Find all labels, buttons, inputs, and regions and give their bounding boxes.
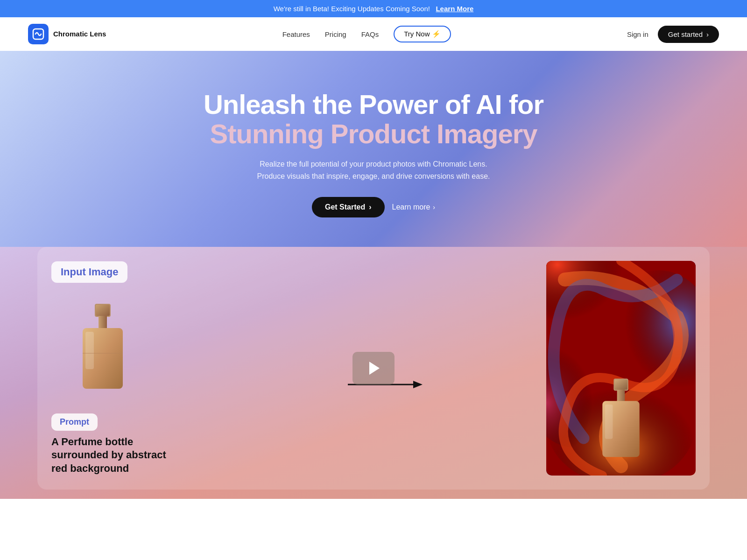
input-perfume-image: [65, 297, 140, 399]
get-started-hero-button[interactable]: Get Started ›: [312, 197, 385, 217]
navbar: Chromatic Lens Features Pricing FAQs Try…: [0, 17, 747, 51]
svg-rect-15: [614, 379, 627, 390]
banner-text: We're still in Beta! Exciting Updates Co…: [274, 5, 430, 13]
output-image: [546, 261, 696, 476]
logo[interactable]: Chromatic Lens: [28, 24, 106, 44]
arrow-right-icon: ›: [706, 30, 709, 38]
video-play-button[interactable]: [352, 352, 395, 385]
hero-title-line2: Stunning Product Imagery: [210, 119, 537, 149]
arrow-icon: ›: [369, 203, 371, 211]
svg-rect-18: [605, 405, 613, 439]
get-started-nav-button[interactable]: Get started ›: [658, 26, 719, 43]
nav-pricing[interactable]: Pricing: [325, 30, 346, 38]
svg-rect-2: [96, 305, 110, 316]
banner-learn-more-link[interactable]: Learn More: [436, 5, 473, 13]
logo-text: Chromatic Lens: [53, 30, 106, 38]
nav-right: Sign in Get started ›: [627, 26, 719, 43]
sign-in-link[interactable]: Sign in: [627, 30, 648, 38]
hero-subtitle: Realize the full potential of your produ…: [257, 158, 490, 182]
prompt-badge: Prompt: [51, 413, 98, 431]
demo-card: Input Image: [37, 247, 710, 490]
hero-title-line1: Unleash the Power of AI for: [204, 90, 543, 119]
learn-more-button[interactable]: Learn more ›: [392, 203, 436, 211]
logo-icon: [28, 24, 49, 44]
demo-right: [416, 261, 696, 476]
prompt-text: A Perfume bottle surrounded by abstract …: [51, 435, 182, 476]
play-icon: [369, 362, 380, 375]
demo-center: [331, 352, 416, 385]
nav-links: Features Pricing FAQs Try Now ⚡: [282, 26, 451, 42]
demo-left: Input Image: [51, 261, 331, 476]
svg-rect-6: [83, 353, 123, 354]
svg-rect-5: [85, 332, 94, 369]
announcement-banner: We're still in Beta! Exciting Updates Co…: [0, 0, 747, 17]
try-now-button[interactable]: Try Now ⚡: [394, 26, 451, 42]
chevron-right-icon: ›: [433, 203, 435, 211]
logo-name: Chromatic Lens: [53, 30, 106, 38]
svg-rect-16: [617, 390, 625, 402]
svg-marker-8: [413, 381, 423, 388]
hero-section: Unleash the Power of AI for Stunning Pro…: [0, 51, 747, 247]
svg-rect-3: [99, 316, 107, 329]
nav-features[interactable]: Features: [282, 30, 310, 38]
hero-buttons: Get Started › Learn more ›: [312, 197, 435, 217]
demo-container: Input Image: [0, 247, 747, 499]
input-image-badge: Input Image: [51, 261, 127, 283]
prompt-area: Prompt A Perfume bottle surrounded by ab…: [51, 413, 182, 476]
nav-faqs[interactable]: FAQs: [361, 30, 379, 38]
